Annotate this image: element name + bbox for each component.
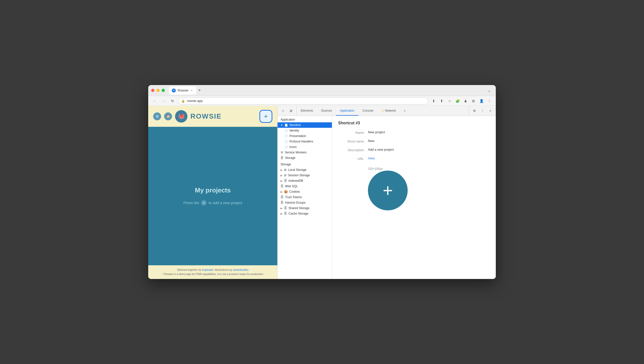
sidebar-item-shared-storage[interactable]: ▶ 🗄 Shared Storage <box>278 205 332 211</box>
browser-tab-rowsie[interactable]: R Rowsie × <box>169 87 196 94</box>
indexeddb-db-icon: 🗄 <box>284 179 287 183</box>
devtools-main-content: Shortcut #3 Name New project Short name … <box>332 116 496 279</box>
sidebar-item-icons[interactable]: 📄 Icons <box>278 144 332 150</box>
website-content: ⚙ 🏠 🐙 ROWSIE + My projects Press the + t… <box>148 106 277 279</box>
tab-application[interactable]: Application <box>336 106 358 116</box>
sidebar-item-service-workers[interactable]: ⚙ Service Workers <box>278 150 332 155</box>
tab-elements[interactable]: Elements <box>297 106 317 116</box>
main-area: ⚙ 🏠 🐙 ROWSIE + My projects Press the + t… <box>148 106 496 279</box>
cookies-arrow-icon: ▶ <box>280 191 282 193</box>
new-tab-button[interactable]: + <box>196 87 203 94</box>
sidebar-item-storage[interactable]: 🗄 Storage <box>278 155 332 161</box>
url-value[interactable]: /new <box>368 156 490 160</box>
sidebar-item-interest-groups[interactable]: 🗄 Interest Groups <box>278 200 332 205</box>
tab-network[interactable]: ⚠ Network <box>377 106 400 116</box>
footer-link-tropicadri[interactable]: tropicadri <box>202 268 213 271</box>
profile-icon-button[interactable]: 👤 <box>478 97 485 104</box>
inline-plus-icon: + <box>201 200 206 206</box>
tab-favicon: R <box>172 89 176 92</box>
sidebar-item-local-storage[interactable]: ▶ ⊞ Local Storage <box>278 167 332 172</box>
devtools-body: Application ▼ 📄 Manifest 📄 Identity 📄 Pr… <box>278 116 496 279</box>
icon-preview-area: 192×192px + <box>368 167 490 210</box>
extension-icon-button[interactable]: 🧩 <box>454 97 461 104</box>
protocol-handlers-label: Protocol Handlers <box>290 140 313 143</box>
browser-window: R Rowsie × + ⌄ ← → ↻ 🔒 rowsie.app ⬇ ⬆ ☆ … <box>148 85 496 279</box>
devtools-panel: ⊹ ⊞ Elements Sources Application Console <box>277 106 496 279</box>
local-storage-arrow-icon: ▶ <box>280 168 282 171</box>
name-value: New project <box>368 130 490 134</box>
cache-storage-arrow-icon: ▶ <box>280 212 282 215</box>
trust-tokens-label: Trust Tokens <box>285 196 302 199</box>
devtools-right-icons: ⚙ ⋮ × <box>469 106 496 116</box>
sidebar-item-trust-tokens[interactable]: 🗄 Trust Tokens <box>278 195 332 200</box>
icons-label: Icons <box>290 145 297 149</box>
site-main-content: My projects Press the + to add a new pro… <box>148 127 277 265</box>
devtools-sidebar: Application ▼ 📄 Manifest 📄 Identity 📄 Pr… <box>278 116 332 279</box>
cookies-icon: 🍪 <box>284 190 288 194</box>
devtools-menu-button[interactable]: ⋮ <box>479 107 486 114</box>
protocol-file-icon: 📄 <box>284 140 288 143</box>
short-name-label: Short name <box>338 139 368 143</box>
sidebar-item-cache-storage[interactable]: ▶ 🗄 Cache Storage <box>278 211 332 216</box>
plus-icon: + <box>264 113 268 120</box>
chess-icon-button[interactable]: ♟ <box>462 97 469 104</box>
home-icon-button[interactable]: 🏠 <box>164 112 172 120</box>
interest-groups-label: Interest Groups <box>285 201 306 204</box>
tab-title: Rowsie <box>178 89 188 92</box>
service-workers-icon: ⚙ <box>280 151 283 154</box>
manifest-file-icon: 📄 <box>284 123 288 127</box>
sidebar-item-cookies[interactable]: ▶ 🍪 Cookies <box>278 189 332 195</box>
tab-bar: R Rowsie × + ⌄ <box>169 87 493 94</box>
devtools-settings-button[interactable]: ⚙ <box>471 107 478 114</box>
sidebar-item-identity[interactable]: 📄 Identity <box>278 128 332 133</box>
tab-console[interactable]: Console <box>358 106 377 116</box>
icon-plus-symbol: + <box>383 180 393 200</box>
presentation-file-icon: 📄 <box>284 134 288 138</box>
settings-icon-button[interactable]: ⚙ <box>153 112 161 120</box>
nav-right-icons: ⬇ ⬆ ☆ 🧩 ♟ ⊞ 👤 ⋮ <box>430 97 493 104</box>
sidebar-item-presentation[interactable]: 📄 Presentation <box>278 133 332 139</box>
storage-section-header: Storage <box>278 161 332 167</box>
sidebar-item-web-sql[interactable]: 🗄 Web SQL <box>278 184 332 189</box>
minimize-traffic-light[interactable] <box>156 89 160 92</box>
maximize-traffic-light[interactable] <box>162 89 165 92</box>
devtools-tabs: Elements Sources Application Console ⚠ N… <box>297 106 469 116</box>
back-button[interactable]: ← <box>151 97 158 104</box>
share-icon-button[interactable]: ⬆ <box>438 97 445 104</box>
site-header: ⚙ 🏠 🐙 ROWSIE + <box>148 106 277 127</box>
sidebar-item-protocol-handlers[interactable]: 📄 Protocol Handlers <box>278 139 332 144</box>
refresh-button[interactable]: ↻ <box>169 97 176 104</box>
sidebar-item-session-storage[interactable]: ▶ ⊞ Session Storage <box>278 172 332 178</box>
tab-sources[interactable]: Sources <box>317 106 336 116</box>
devtools-close-button[interactable]: × <box>487 107 494 114</box>
address-bar[interactable]: 🔒 rowsie.app <box>178 97 428 104</box>
cursor-icon-button[interactable]: ⊹ <box>280 107 286 114</box>
layout-icon-button[interactable]: ⊞ <box>470 97 477 104</box>
tab-more[interactable]: » <box>400 106 410 116</box>
cookies-label: Cookies <box>289 190 300 194</box>
close-traffic-light[interactable] <box>151 89 154 92</box>
bookmark-icon-button[interactable]: ☆ <box>446 97 453 104</box>
web-sql-label: Web SQL <box>285 185 298 188</box>
sidebar-item-manifest[interactable]: ▼ 📄 Manifest <box>278 122 332 128</box>
trust-tokens-db-icon: 🗄 <box>280 196 284 199</box>
footer-note: * Rowsie is a demo app for PWA capabilit… <box>152 272 273 276</box>
layout-toggle-button[interactable]: ⊞ <box>288 107 294 114</box>
manifest-label: Manifest <box>290 123 301 127</box>
forward-button[interactable]: → <box>160 97 167 104</box>
menu-button[interactable]: ⋮ <box>486 97 493 104</box>
sidebar-item-indexeddb[interactable]: ▶ 🗄 IndexedDB <box>278 178 332 184</box>
site-subtitle: Press the + to add a new project <box>184 200 242 206</box>
local-storage-db-icon: ⊞ <box>284 168 286 171</box>
short-name-value: New <box>368 139 490 143</box>
tab-close-button[interactable]: × <box>190 88 193 93</box>
storage-icon: 🗄 <box>280 156 284 160</box>
url-text: rowsie.app <box>187 99 202 103</box>
add-project-button[interactable]: + <box>260 110 272 123</box>
download-icon-button[interactable]: ⬇ <box>430 97 437 104</box>
devtools-left-icons: ⊹ ⊞ <box>278 106 297 116</box>
tab-bar-chevron: ⌄ <box>486 88 493 93</box>
storage-label: Storage <box>285 156 296 160</box>
footer-link-achedoodles[interactable]: achedoodles <box>233 268 248 271</box>
local-storage-label: Local Storage <box>288 168 306 171</box>
